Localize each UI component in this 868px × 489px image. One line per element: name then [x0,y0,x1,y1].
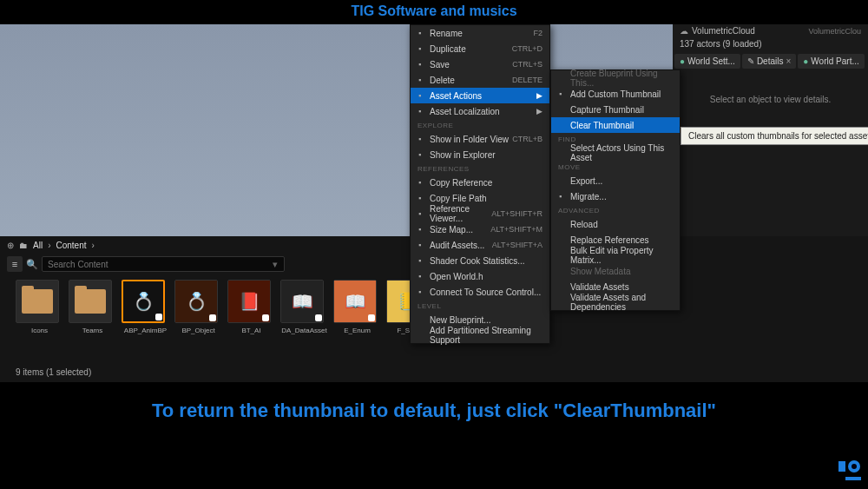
breadcrumb-item[interactable]: Content [56,241,86,250]
menu-item[interactable]: ▪Audit Assets...ALT+SHIFT+A [411,237,549,253]
asset-label: DA_DataAsset [280,327,328,334]
menu-item[interactable]: Capture Thumbnail [551,102,680,117]
asset-label: E_Enum [333,327,381,334]
menu-item-label: Validate Assets and Dependencies [570,293,673,312]
menu-item[interactable]: Select Actors Using This Asset [551,145,680,161]
menu-item[interactable]: ▪Copy Reference [411,175,549,190]
menu-item-label: Shader Cook Statistics... [430,256,525,266]
menu-item[interactable]: Export... [551,173,680,188]
asset-item[interactable]: 💍BP_Object [174,280,222,334]
tab-world-partition[interactable]: ● World Part... [798,54,864,69]
asset-thumbnail: 📕 [227,280,271,323]
search-icon: 🔍 [26,259,38,270]
menu-item[interactable]: ▪Open World.h [411,268,549,284]
corner-logo [833,454,863,486]
menu-item[interactable]: ▪Shader Cook Statistics... [411,253,549,268]
copy-icon: ▪ [415,178,424,188]
asset-item[interactable]: 📖DA_DataAsset [280,280,328,334]
asset-item[interactable]: 💍ABP_AnimBP [122,280,169,334]
folder-icon: ▪ [415,150,424,160]
menu-item[interactable]: ▪Add Custom Thumbnail [551,86,680,102]
asset-thumbnail [69,280,112,323]
graph-icon: ▪ [415,209,424,219]
menu-item[interactable]: ▪Reference Viewer...ALT+SHIFT+R [411,206,549,221]
svg-point-1 [852,464,857,469]
chevron-down-icon[interactable]: ▾ [273,259,278,270]
outliner-item-type: VolumetricClou [808,27,861,36]
asset-label: ABP_AnimBP [122,327,169,334]
delete-icon: ▪ [415,76,424,85]
asset-item[interactable]: 📖E_Enum [333,280,381,334]
menu-item[interactable]: ▪Connect To Source Control... [411,284,549,300]
folder-icon[interactable]: 🖿 [19,241,28,250]
breadcrumb-item[interactable]: All [33,241,43,250]
asset-item[interactable]: 📕BT_AI [227,280,275,334]
menu-shortcut: DELETE [512,76,542,84]
menu-item-label: Replace References [570,235,649,245]
close-icon[interactable]: × [786,56,791,66]
menu-item-label: Rename [430,29,463,38]
audit-icon: ▪ [415,241,424,250]
asset-item[interactable]: Teams [69,280,116,334]
cloud-icon: ☁ [680,26,688,36]
asset-label: Icons [16,327,63,334]
menu-item[interactable]: Bulk Edit via Property Matrix... [551,248,680,263]
menu-section-header: MOVE [551,161,680,173]
asset-thumbnail: 💍 [174,280,218,323]
menu-item[interactable]: ▪Asset Actions▶ [411,88,549,103]
menu-item-label: Open World.h [430,272,483,281]
asset-marker [209,314,216,321]
status-bar: 9 items (1 selected) [0,365,868,382]
menu-item[interactable]: ▪SaveCTRL+S [411,56,549,72]
menu-item[interactable]: Validate Assets and Dependencies [551,294,680,310]
menu-item[interactable]: ▪DeleteDELETE [411,72,549,88]
menu-item: Show Metadata [551,263,680,279]
chevron-right-icon: › [48,241,50,250]
outliner-item-label: VolumetricCloud [692,26,755,36]
menu-item-label: Copy File Path [430,194,487,203]
menu-item[interactable]: Add Partitioned Streaming Support [411,327,549,343]
details-empty-message: Select an object to view details. [673,95,868,104]
asset-thumbnail: 📖 [333,280,377,323]
back-history-icon[interactable]: ⊕ [7,241,14,250]
asset-marker [368,314,375,321]
menu-item[interactable]: ▪Show in Folder ViewCTRL+B [411,131,549,147]
menu-item-label: Create Blueprint Using This... [570,69,673,88]
img-icon: ▪ [556,89,565,99]
search-input[interactable] [42,256,285,272]
folder-icon [75,289,106,314]
menu-item[interactable]: ▪Size Map...ALT+SHIFT+M [411,221,549,237]
menu-item[interactable]: Clear Thumbnail [551,117,680,133]
menu-item-label: Show Metadata [570,267,631,276]
filter-icon: ≡ [12,259,17,269]
menu-item[interactable]: ▪Migrate... [551,188,680,204]
menu-shortcut: ALT+SHIFT+A [492,241,542,249]
menu-item-label: Validate Assets [570,282,629,292]
menu-item-label: Reference Viewer... [430,204,491,223]
chevron-right-icon: ▶ [536,91,542,100]
tab-details[interactable]: ✎ Details × [742,54,796,69]
menu-item-label: Copy Reference [430,178,492,188]
menu-item-label: New Blueprint... [430,315,491,325]
menu-item-label: Duplicate [430,44,466,54]
menu-item-label: Clear Thumbnail [570,121,634,130]
menu-item-label: Migrate... [570,192,607,202]
chevron-right-icon: ▶ [536,107,542,116]
menu-item[interactable]: ▪RenameF2 [411,25,549,41]
menu-item[interactable]: ▪Show in Explorer [411,147,549,162]
menu-item-label: Asset Actions [430,91,482,101]
filter-button[interactable]: ≡ [7,256,23,272]
chevron-right-icon: › [92,241,95,250]
menu-item[interactable]: ▪DuplicateCTRL+D [411,41,549,56]
menu-section-header: LEVEL [411,300,549,312]
menu-item[interactable]: Reload [551,216,680,232]
tab-world-settings[interactable]: ● World Sett... [674,54,740,69]
asset-marker [315,314,322,321]
outliner-item[interactable]: ☁ VolumetricCloud VolumetricClou [673,24,868,37]
menu-item[interactable]: ▪Asset Localization▶ [411,103,549,119]
menu-item-label: Reload [570,220,598,229]
menu-section-header: EXPLORE [411,119,549,131]
asset-item[interactable]: Icons [16,280,63,334]
stats-icon: ▪ [415,256,424,266]
globe-icon: ● [680,56,685,66]
